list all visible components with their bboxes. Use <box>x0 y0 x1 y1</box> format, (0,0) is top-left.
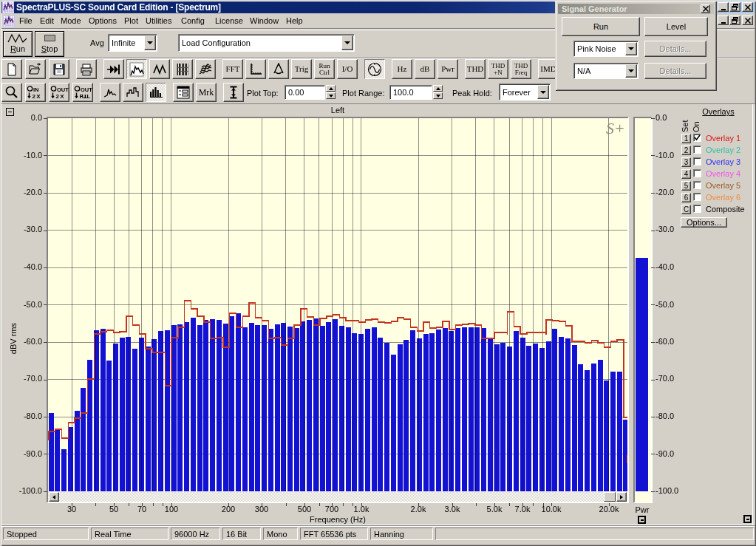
svg-text:2X: 2X <box>55 93 64 100</box>
svg-text:OUT: OUT <box>81 86 92 93</box>
svg-text:OUT: OUT <box>57 86 69 93</box>
svg-text:2X: 2X <box>32 93 41 100</box>
svg-text:FULL: FULL <box>79 93 90 100</box>
svg-text:IN: IN <box>33 86 39 93</box>
